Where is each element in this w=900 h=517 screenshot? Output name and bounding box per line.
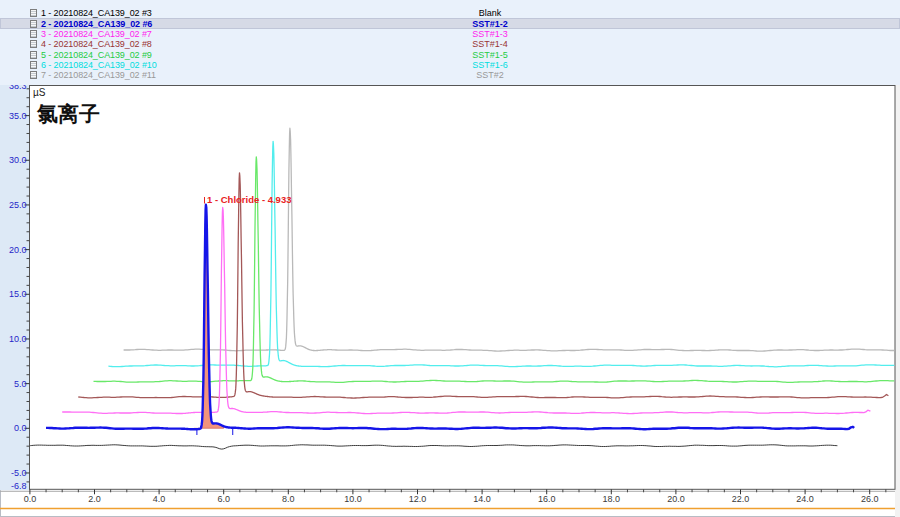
x-tick-label: 22.0	[732, 494, 750, 504]
x-tick-label: 26.0	[861, 494, 879, 504]
y-edge-label: -6.8	[11, 481, 27, 491]
y-tick-label: -5.0	[11, 468, 27, 478]
legend-sample-name: SST#1-3	[450, 29, 530, 39]
legend-row-4[interactable]: 4 - 20210824_CA139_02 #8SST#1-4	[0, 39, 900, 49]
chromatogram-file-icon	[30, 71, 37, 79]
x-tick-label: 0.0	[24, 494, 37, 504]
legend-injection-label: 3 - 20210824_CA139_02 #7	[41, 29, 152, 39]
x-tick-label: 24.0	[796, 494, 814, 504]
legend-sample-name: SST#1-5	[450, 50, 530, 60]
x-tick-label: 6.0	[217, 494, 230, 504]
x-tick-label: 2.0	[88, 494, 101, 504]
legend-row-3[interactable]: 3 - 20210824_CA139_02 #7SST#1-3	[0, 29, 900, 39]
y-tick-label: 20.0	[9, 245, 27, 255]
y-tick-label: 15.0	[9, 289, 27, 299]
legend-injection-label: 4 - 20210824_CA139_02 #8	[41, 39, 152, 49]
legend-row-1[interactable]: 1 - 20210824_CA139_02 #3Blank	[0, 8, 900, 18]
y-tick-label: 10.0	[9, 334, 27, 344]
x-tick-label: 20.0	[667, 494, 685, 504]
x-tick-label: 8.0	[282, 494, 295, 504]
chromatogram-file-icon	[30, 9, 37, 17]
legend-row-2[interactable]: 2 - 20210824_CA139_02 #6SST#1-2	[0, 18, 900, 28]
injection-legend: 1 - 20210824_CA139_02 #3Blank2 - 2021082…	[0, 0, 900, 85]
chart-title: 氯离子	[36, 102, 100, 125]
chromatogram-file-icon	[30, 40, 37, 48]
x-tick-label: 12.0	[409, 494, 427, 504]
right-margin	[895, 85, 900, 517]
chromatogram-file-icon	[30, 61, 37, 69]
chromatogram-file-icon	[30, 51, 37, 59]
chromatography-window: 1 - 20210824_CA139_02 #3Blank2 - 2021082…	[0, 0, 900, 517]
y-tick-label: 25.0	[9, 200, 27, 210]
legend-injection-label: 5 - 20210824_CA139_02 #9	[41, 50, 152, 60]
legend-row-7[interactable]: 7 - 20210824_CA139_02 #11SST#2	[0, 70, 900, 80]
x-tick-label: 18.0	[603, 494, 621, 504]
legend-sample-name: SST#1-4	[450, 39, 530, 49]
legend-injection-label: 7 - 20210824_CA139_02 #11	[41, 70, 156, 80]
chromatogram-file-icon	[30, 30, 37, 38]
y-tick-label: 35.0	[9, 111, 27, 121]
legend-sample-name: Blank	[450, 8, 530, 18]
x-tick-label: 4.0	[153, 494, 166, 504]
y-tick-label: 5.0	[14, 379, 27, 389]
legend-injection-label: 6 - 20210824_CA139_02 #10	[41, 60, 157, 70]
legend-sample-name: SST#1-2	[450, 19, 530, 29]
legend-sample-name: SST#1-6	[450, 60, 530, 70]
chromatogram-file-icon	[30, 20, 37, 28]
legend-sample-name: SST#2	[450, 70, 530, 80]
y-tick-label: 30.0	[9, 155, 27, 165]
x-tick-label: 10.0	[344, 494, 362, 504]
legend-injection-label: 1 - 20210824_CA139_02 #3	[41, 8, 152, 18]
x-tick-label: 16.0	[538, 494, 556, 504]
y-axis-unit: µS	[33, 87, 46, 98]
legend-row-6[interactable]: 6 - 20210824_CA139_02 #10SST#1-6	[0, 60, 900, 70]
peak-label: 1 - Chloride - 4.933	[207, 194, 291, 205]
legend-injection-label: 2 - 20210824_CA139_02 #6	[41, 19, 152, 29]
x-tick-label: 14.0	[473, 494, 491, 504]
y-tick-label: 0.0	[14, 423, 27, 433]
legend-row-5[interactable]: 5 - 20210824_CA139_02 #9SST#1-5	[0, 49, 900, 59]
